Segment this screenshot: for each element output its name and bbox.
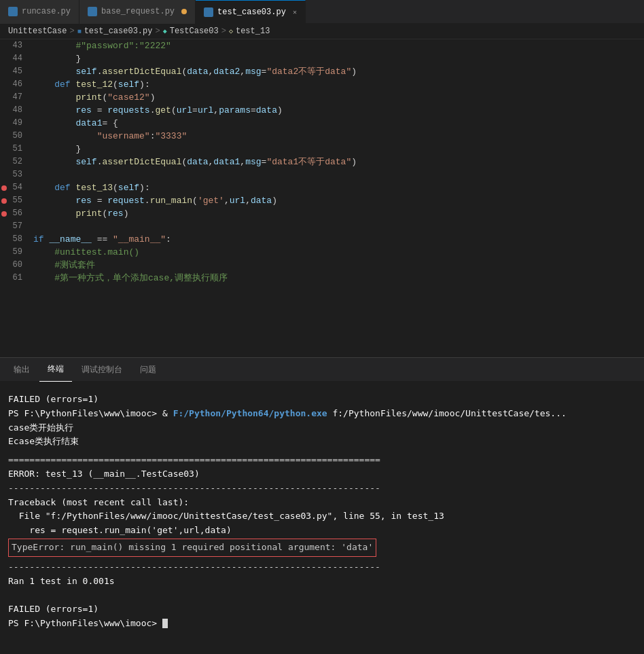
code-content-44: } [31, 52, 81, 65]
code-content-48: res = requests.get(url=url,params=data) [31, 104, 283, 117]
terminal-error-label: ERROR: test_13 (__main__.TestCase03) [8, 467, 636, 482]
line-num-58: 58 [0, 233, 31, 246]
tab-test-case03[interactable]: test_case03.py ✕ [196, 0, 306, 24]
code-line-54: 54 def test_13(self): [0, 181, 644, 194]
terminal-sep1: ========================================… [8, 453, 636, 467]
tab-debug-console[interactable]: 调试控制台 [73, 358, 130, 382]
line-num-57: 57 [0, 220, 31, 233]
tab-runcase-label: runcase.py [22, 7, 71, 16]
tab-terminal-label: 终端 [48, 363, 64, 375]
panel-tabs: 输出 终端 调试控制台 问题 [0, 358, 644, 382]
tab-runcase[interactable]: runcase.py [0, 0, 79, 24]
breakpoint-dot-56 [1, 211, 7, 217]
code-line-51: 51 } [0, 143, 644, 156]
terminal-case-start: case类开始执行 [8, 421, 636, 435]
tab-test-label: test_case03.py [217, 7, 286, 17]
code-editor: 43 #"password":"2222" 44 } 45 self.asser… [0, 39, 644, 357]
terminal-ps-cmd: PS F:\PythonFiles\www\imooc> & F:/Python… [8, 407, 636, 421]
breadcrumb-filename: test_case03.py [84, 26, 153, 36]
code-content-47: print("case12") [31, 91, 155, 104]
code-line-44: 44 } [0, 52, 644, 65]
terminal-file-line: File "f:/PythonFiles/www/imooc/UnittestC… [8, 509, 636, 524]
tab-problems-label: 问题 [140, 364, 156, 376]
terminal-failed1: FAILED (errors=1) [8, 393, 636, 407]
code-line-58: 58 if __name__ == "__main__": [0, 233, 644, 246]
tab-debug-label: 调试控制台 [82, 364, 122, 376]
tab-output[interactable]: 输出 [5, 358, 38, 382]
line-num-61: 61 [0, 272, 31, 285]
code-content-49: data1= { [31, 117, 118, 130]
code-line-52: 52 self.assertDictEqual(data,data1,msg="… [0, 156, 644, 168]
python-icon-base [88, 7, 97, 16]
breadcrumb-file[interactable]: ■ test_case03.py [77, 26, 153, 36]
line-num-49: 49 [0, 117, 31, 130]
code-line-48: 48 res = requests.get(url=url,params=dat… [0, 104, 644, 117]
class-icon: ◆ [163, 27, 167, 35]
breadcrumb-methodname: test_13 [236, 26, 270, 36]
tab-bar: runcase.py base_request.py test_case03.p… [0, 0, 644, 24]
code-line-50: 50 "username":"3333" [0, 130, 644, 143]
type-error-text: TypeError: run_main() missing 1 required… [12, 542, 373, 552]
tab-close-icon[interactable]: ✕ [293, 8, 297, 16]
bottom-panel: 输出 终端 调试控制台 问题 FAILED (errors=1) PS F:\P… [0, 357, 644, 654]
tab-base-label: base_request.py [101, 7, 175, 16]
terminal-content[interactable]: FAILED (errors=1) PS F:\PythonFiles\www\… [0, 382, 644, 654]
code-line-49: 49 data1= { [0, 117, 644, 130]
tab-terminal[interactable]: 终端 [39, 358, 72, 382]
terminal-blank [8, 588, 636, 602]
code-content-50: "username":"3333" [31, 130, 187, 143]
code-line-56: 56 print(res) [0, 207, 644, 220]
tab-problems[interactable]: 问题 [132, 358, 164, 382]
line-num-44: 44 [0, 52, 31, 65]
method-icon: ◇ [229, 27, 233, 35]
line-num-59: 59 [0, 246, 31, 259]
terminal-ps-prompt: PS F:\PythonFiles\www\imooc> [8, 617, 636, 631]
line-num-48: 48 [0, 104, 31, 117]
breadcrumb-unittestcase[interactable]: UnittestCase [8, 26, 67, 36]
breadcrumb: UnittestCase > ■ test_case03.py > ◆ Test… [0, 24, 644, 39]
terminal-res-line: res = request.run_main('get',url,data) [8, 524, 636, 538]
code-content-46: def test_12(self): [31, 78, 150, 91]
line-num-50: 50 [0, 130, 31, 143]
code-content-52: self.assertDictEqual(data,data1,msg="dat… [31, 156, 357, 168]
code-content-43: #"password":"2222" [31, 39, 171, 52]
terminal-failed2: FAILED (errors=1) [8, 602, 636, 617]
code-line-61: 61 #第一种方式，单个添加case,调整执行顺序 [0, 272, 644, 285]
tab-output-label: 输出 [14, 364, 30, 376]
breakpoint-dot-54 [1, 185, 7, 191]
terminal-ran-line: Ran 1 test in 0.001s [8, 575, 636, 589]
code-content-56: print(res) [31, 207, 128, 220]
breadcrumb-method[interactable]: ◇ test_13 [229, 26, 270, 36]
code-content-58: if __name__ == "__main__": [31, 233, 171, 246]
tab-base-request[interactable]: base_request.py [79, 0, 196, 24]
breadcrumb-class[interactable]: ◆ TestCase03 [163, 26, 219, 36]
terminal-sep2: ----------------------------------------… [8, 482, 636, 496]
line-num-51: 51 [0, 143, 31, 156]
line-num-55: 55 [0, 194, 31, 207]
terminal-sep3: ----------------------------------------… [8, 560, 636, 575]
terminal-type-error: TypeError: run_main() missing 1 required… [8, 539, 376, 557]
breakpoint-dot-55 [1, 198, 7, 204]
terminal-cursor [162, 619, 168, 628]
line-num-46: 46 [0, 78, 31, 91]
file-icon: ■ [77, 28, 82, 35]
code-content-45: self.assertDictEqual(data,data2,msg="dat… [31, 65, 357, 78]
code-line-60: 60 #测试套件 [0, 259, 644, 272]
line-num-60: 60 [0, 259, 31, 272]
python-icon-runcase [8, 7, 18, 16]
code-line-55: 55 res = request.run_main('get',url,data… [0, 194, 644, 207]
breadcrumb-classname: TestCase03 [170, 26, 219, 36]
code-line-59: 59 #unittest.main() [0, 246, 644, 259]
line-num-53: 53 [0, 168, 31, 181]
code-content-57 [31, 220, 39, 233]
breadcrumb-sep2: > [155, 26, 160, 36]
python-icon-test [204, 7, 213, 17]
line-num-54: 54 [0, 181, 31, 194]
code-line-47: 47 print("case12") [0, 91, 644, 104]
code-content-59: #unittest.main() [31, 246, 139, 259]
line-num-43: 43 [0, 39, 31, 52]
code-line-53: 53 [0, 168, 644, 181]
code-content-53 [31, 168, 39, 181]
breadcrumb-sep1: > [69, 26, 74, 36]
code-content-60: #测试套件 [31, 259, 95, 272]
